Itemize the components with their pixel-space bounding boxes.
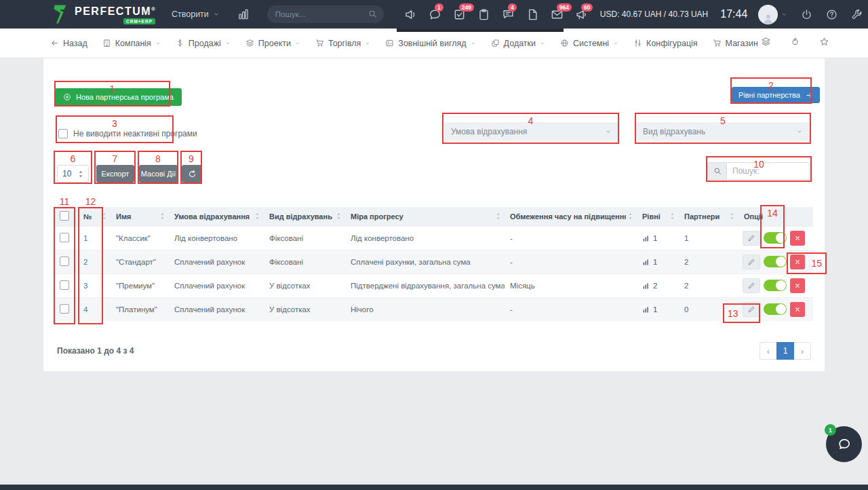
cart-icon bbox=[315, 39, 324, 48]
brand-sub-badge: CRM+ERP bbox=[123, 18, 155, 24]
row-number-link[interactable]: 1 bbox=[83, 234, 87, 242]
row-number-link[interactable]: 4 bbox=[83, 305, 87, 314]
caret-down-icon bbox=[365, 41, 370, 46]
type-filter-select[interactable]: Вид відрахувань bbox=[636, 122, 810, 140]
select-all-checkbox[interactable] bbox=[60, 211, 69, 221]
nav-item-trade[interactable]: Торгівля bbox=[313, 39, 373, 48]
mail-button[interactable]: 964 bbox=[551, 8, 564, 21]
edit-button[interactable] bbox=[743, 255, 760, 269]
settings-wrench-icon[interactable] bbox=[851, 9, 863, 20]
flame-button[interactable] bbox=[790, 37, 800, 50]
col-header-label: Міра прогресу bbox=[351, 212, 403, 221]
condition-filter-select[interactable]: Умова відрахування bbox=[444, 122, 618, 140]
page-size-select[interactable]: 10 bbox=[57, 165, 89, 183]
mass-actions-button[interactable]: Масові Дії bbox=[139, 165, 178, 183]
bottom-bar bbox=[0, 485, 868, 490]
row-number-link[interactable]: 2 bbox=[83, 258, 87, 266]
nav-item-label: Системні bbox=[573, 39, 609, 48]
col-header-condition[interactable]: Умова відрахування bbox=[169, 207, 264, 226]
user-avatar[interactable] bbox=[758, 5, 778, 24]
edit-button[interactable] bbox=[743, 278, 760, 293]
edit-button[interactable] bbox=[743, 231, 760, 246]
row-checkbox[interactable] bbox=[60, 233, 69, 242]
person-icon bbox=[762, 12, 774, 24]
nav-item-projects[interactable]: Проекти bbox=[243, 39, 303, 48]
nav-item-sales[interactable]: Продажі bbox=[173, 39, 233, 48]
delete-button[interactable] bbox=[790, 278, 805, 293]
current-page-button[interactable]: 1 bbox=[776, 342, 794, 360]
global-search bbox=[267, 5, 384, 23]
speaker-button[interactable] bbox=[404, 8, 417, 21]
edit-button[interactable] bbox=[743, 302, 760, 317]
nav-item-company[interactable]: Компанія bbox=[100, 39, 163, 48]
new-partner-program-button[interactable]: Нова партнерська програма bbox=[55, 88, 182, 106]
col-header-name[interactable]: Имя bbox=[111, 207, 169, 226]
cell-number: 2 bbox=[78, 250, 111, 274]
help-icon[interactable] bbox=[826, 9, 837, 20]
col-header-limit[interactable]: Обмеження часу на підвищення bbox=[505, 207, 637, 226]
stats-chart-icon[interactable] bbox=[237, 8, 250, 20]
global-search-input[interactable] bbox=[267, 5, 384, 23]
create-menu-button[interactable]: Створити bbox=[172, 10, 220, 19]
export-button[interactable]: Експорт bbox=[96, 165, 134, 183]
caret-down-icon bbox=[155, 41, 161, 46]
status-toggle[interactable] bbox=[764, 303, 787, 315]
nav-item-system[interactable]: Системні bbox=[557, 39, 621, 48]
partnership-levels-button[interactable]: Рівні партнерства bbox=[732, 87, 820, 103]
delete-button[interactable] bbox=[790, 255, 805, 269]
flame-icon bbox=[790, 37, 800, 47]
chat-badge: 1 bbox=[825, 424, 836, 436]
status-toggle[interactable] bbox=[764, 280, 787, 291]
cell-name: "Классик" bbox=[111, 226, 169, 250]
clipboard-button[interactable] bbox=[477, 8, 490, 21]
brand-logo[interactable]: PERFECTUM® CRM+ERP bbox=[53, 4, 155, 24]
chat-button[interactable]: 1 bbox=[429, 8, 441, 21]
notification-badge: 964 bbox=[557, 3, 572, 12]
table-search-icon-box[interactable] bbox=[707, 162, 726, 180]
levels-indicator: 2 bbox=[642, 282, 673, 290]
col-header-num[interactable]: № bbox=[78, 207, 111, 226]
table-row: 1"Классик"Лід конвертованоФіксованіЛід к… bbox=[54, 226, 813, 250]
delete-button[interactable] bbox=[790, 231, 805, 246]
cell-name: "Стандарт" bbox=[111, 250, 169, 274]
announcement-button[interactable]: 60 bbox=[575, 8, 588, 21]
hide-inactive-checkbox[interactable] bbox=[58, 129, 68, 138]
col-header-type[interactable]: Вид відрахувань bbox=[264, 207, 345, 226]
nav-item-shop[interactable]: Магазин bbox=[710, 39, 761, 48]
prev-page-button[interactable]: ‹ bbox=[760, 342, 776, 360]
row-number-link[interactable]: 3 bbox=[83, 282, 87, 290]
delete-button[interactable] bbox=[790, 302, 805, 317]
row-checkbox[interactable] bbox=[60, 257, 69, 266]
notification-icons: 1249496460 bbox=[404, 8, 588, 21]
status-toggle[interactable] bbox=[764, 256, 787, 267]
document-button[interactable] bbox=[526, 8, 539, 21]
col-header-partners[interactable]: Партнери bbox=[679, 207, 738, 226]
col-header-levels[interactable]: Рівні bbox=[637, 207, 679, 226]
col-header-progress[interactable]: Міра прогресу bbox=[345, 207, 505, 226]
star-button[interactable] bbox=[819, 37, 829, 50]
stack-button[interactable] bbox=[761, 37, 771, 50]
row-checkbox[interactable] bbox=[60, 304, 69, 314]
levels-indicator: 1 bbox=[642, 258, 673, 266]
next-page-button[interactable]: › bbox=[794, 342, 811, 360]
arrow-right-icon bbox=[806, 92, 813, 99]
logout-power-icon[interactable] bbox=[801, 9, 812, 20]
chat-widget-button[interactable]: 1 bbox=[826, 426, 862, 462]
table-search-input[interactable] bbox=[726, 162, 810, 180]
user-menu-chevron-icon[interactable] bbox=[781, 12, 787, 18]
row-checkbox[interactable] bbox=[60, 280, 69, 290]
refresh-button[interactable] bbox=[182, 165, 202, 183]
page-content: Нова партнерська програма Рівні партнерс… bbox=[0, 58, 868, 490]
status-toggle[interactable] bbox=[764, 232, 787, 244]
col-header-label: № bbox=[83, 212, 92, 221]
nav-item-appearance[interactable]: Зовнішній вигляд bbox=[382, 39, 478, 48]
cell-limit: - bbox=[505, 297, 637, 321]
cell-type: У відсотках bbox=[264, 274, 345, 297]
nav-item-addons[interactable]: Додатки bbox=[488, 39, 548, 48]
col-header-select[interactable] bbox=[54, 207, 78, 226]
nav-item-back[interactable]: Назад bbox=[47, 39, 90, 48]
refresh-icon bbox=[188, 170, 197, 178]
tasks-button[interactable]: 249 bbox=[453, 8, 466, 21]
nav-item-configuration[interactable]: Конфігурація bbox=[631, 39, 700, 48]
comments-button[interactable]: 4 bbox=[502, 8, 515, 21]
